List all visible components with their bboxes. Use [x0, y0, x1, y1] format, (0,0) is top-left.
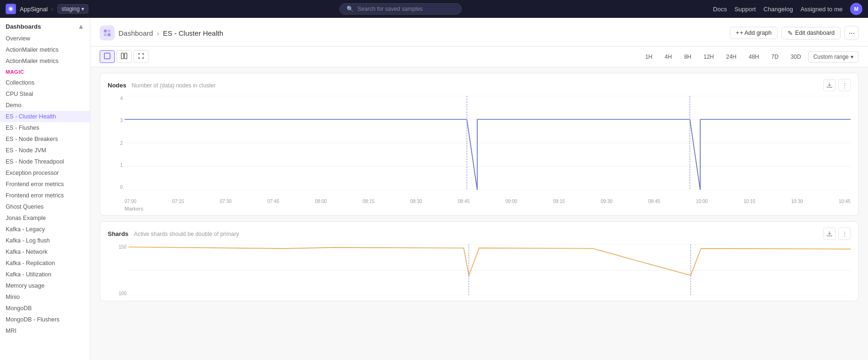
breadcrumb-base: Dashboard [118, 29, 153, 37]
nodes-chart-subtitle: Number of (data) nodes in cluster [132, 82, 215, 89]
sidebar-item-demo[interactable]: Demo [0, 100, 90, 111]
sidebar-item-overview[interactable]: Overview [0, 33, 90, 44]
x-label-0800: 08:00 [315, 199, 327, 204]
shards-chart-title-area: Shards Active shards should be double of… [108, 230, 239, 237]
docs-link[interactable]: Docs [713, 6, 727, 13]
sidebar-item-frontend-error2[interactable]: Frontend error metrics [0, 190, 90, 201]
dashboard-actions: + + Add graph ✎ Edit dashboard ⋯ [730, 26, 859, 40]
svg-rect-5 [108, 33, 110, 36]
y-label-0: 0 [120, 185, 123, 190]
add-graph-button[interactable]: + + Add graph [730, 27, 778, 39]
main-content: Dashboard › ES - Cluster Health + + Add … [90, 18, 868, 360]
time-4h-button[interactable]: 4H [660, 51, 677, 63]
shards-chart-export-button[interactable] [823, 227, 836, 240]
time-7d-button[interactable]: 7D [766, 51, 783, 63]
time-ranges: 1H 4H 8H 12H 24H 48H 7D 30D Custom range… [640, 51, 859, 63]
app-name: AppSignal [20, 6, 47, 13]
shards-chart-actions: ⋮ [823, 227, 851, 240]
plus-icon: + [736, 30, 739, 36]
time-30d-button[interactable]: 30D [786, 51, 806, 63]
topnav-right: Docs Support Changelog Assigned to me M [713, 3, 862, 15]
chevron-down-icon: ▾ [851, 54, 853, 60]
shards-chart-more-button[interactable]: ⋮ [838, 227, 851, 240]
top-navigation: AppSignal › staging ▾ 🔍 Search for saved… [0, 0, 868, 18]
x-label-0830: 08:30 [410, 199, 422, 204]
sidebar-item-kafka-log-flush[interactable]: Kafka - Log flush [0, 235, 90, 246]
time-custom-range-button[interactable]: Custom range ▾ [808, 51, 859, 63]
sidebar-item-actionmailer2[interactable]: ActionMailer metrics [0, 55, 90, 67]
x-label-0930: 09:30 [601, 199, 613, 204]
time-8h-button[interactable]: 8H [679, 51, 696, 63]
nodes-chart-card: Nodes Number of (data) nodes in cluster … [100, 73, 859, 216]
time-48h-button[interactable]: 48H [743, 51, 764, 63]
search-area: 🔍 Search for saved samples [88, 3, 713, 15]
changelog-link[interactable]: Changelog [764, 6, 793, 13]
sidebar-item-exception-processor[interactable]: Exception processor [0, 167, 90, 179]
time-1h-button[interactable]: 1H [640, 51, 657, 63]
view-expand-button[interactable] [134, 50, 149, 63]
breadcrumb-current: ES - Cluster Health [163, 29, 223, 37]
svg-rect-8 [125, 53, 127, 59]
sidebar-title: Dashboards [6, 23, 41, 30]
sidebar-item-es-flushes[interactable]: ES - Flushes [0, 122, 90, 133]
sidebar-item-es-cluster-health[interactable]: ES - Cluster Health [0, 111, 90, 122]
nodes-chart-export-button[interactable] [823, 79, 836, 91]
x-label-0715: 07:15 [172, 199, 184, 204]
sidebar-item-cpu-steal[interactable]: CPU Steal [0, 88, 90, 100]
x-label-0700: 07:00 [125, 199, 136, 204]
x-label-0945: 09:45 [648, 199, 660, 204]
sidebar-item-kafka-legacy[interactable]: Kafka - Legacy [0, 224, 90, 235]
nodes-chart-more-button[interactable]: ⋮ [838, 79, 851, 91]
svg-rect-2 [104, 30, 107, 32]
nodes-chart-header: Nodes Number of (data) nodes in cluster … [100, 73, 858, 91]
sidebar-item-frontend-error1[interactable]: Frontend error metrics [0, 179, 90, 190]
sidebar-item-collections[interactable]: Collections [0, 77, 90, 88]
sidebar-item-mongodb[interactable]: MongoDB [0, 303, 90, 314]
y-label-1: 1 [120, 163, 123, 168]
assigned-link[interactable]: Assigned to me [800, 6, 843, 13]
view-split-button[interactable] [117, 50, 132, 63]
shards-chart-subtitle: Active shards should be double of primar… [134, 231, 239, 237]
sidebar-item-mri[interactable]: MRI [0, 325, 90, 337]
sidebar-item-jonas-example[interactable]: Jonas Example [0, 212, 90, 224]
sidebar-item-magic[interactable]: MAGIC [0, 67, 90, 77]
x-label-1015: 10:15 [743, 199, 755, 204]
nodes-chart-y-axis: 4 3 2 1 0 [108, 96, 123, 190]
sidebar-item-kafka-network[interactable]: Kafka - Network [0, 246, 90, 258]
sidebar-item-kafka-replication[interactable]: Kafka - Replication [0, 258, 90, 269]
sidebar-item-es-node-jvm[interactable]: ES - Node JVM [0, 145, 90, 156]
edit-dashboard-button[interactable]: ✎ Edit dashboard [781, 27, 841, 39]
x-label-0815: 08:15 [363, 199, 374, 204]
search-bar[interactable]: 🔍 Search for saved samples [339, 3, 462, 15]
sidebar-item-es-node-threadpool[interactable]: ES - Node Threadpool [0, 156, 90, 167]
more-options-button[interactable]: ⋯ [844, 26, 859, 40]
sidebar-item-memory-usage[interactable]: Memory usage [0, 280, 90, 291]
sidebar-item-actionmailer1[interactable]: ActionMailer metrics [0, 44, 90, 55]
svg-rect-3 [108, 30, 110, 32]
time-24h-button[interactable]: 24H [721, 51, 742, 63]
sidebar-item-ghost-queries[interactable]: Ghost Queries [0, 201, 90, 212]
search-icon: 🔍 [347, 6, 354, 12]
y-label-3: 3 [120, 118, 123, 123]
x-label-1030: 10:30 [791, 199, 803, 204]
sidebar-item-es-node-breakers[interactable]: ES - Node Breakers [0, 133, 90, 145]
time-12h-button[interactable]: 12H [698, 51, 719, 63]
sidebar-item-mongodb-flushers[interactable]: MongoDB - Flushers [0, 314, 90, 325]
svg-rect-7 [121, 53, 124, 59]
time-bar: 1H 4H 8H 12H 24H 48H 7D 30D Custom range… [90, 47, 868, 67]
sidebar-header: Dashboards ▲ [0, 18, 90, 33]
topnav-left: AppSignal › staging ▾ [6, 4, 88, 14]
edit-icon: ✎ [788, 30, 793, 37]
shards-chart-title: Shards [108, 230, 128, 237]
sidebar-item-minio[interactable]: Minio [0, 291, 90, 303]
shards-y-label-150: 150 [118, 244, 126, 250]
sidebar-item-kafka-utilization[interactable]: Kafka - Utilization [0, 269, 90, 280]
environment-selector[interactable]: staging ▾ [57, 4, 89, 14]
breadcrumb: Dashboard › ES - Cluster Health [100, 25, 223, 40]
user-avatar[interactable]: M [850, 3, 862, 15]
svg-point-1 [9, 8, 12, 10]
support-link[interactable]: Support [734, 6, 756, 13]
sidebar-collapse-button[interactable]: ▲ [78, 23, 84, 30]
view-single-button[interactable] [100, 50, 115, 63]
shards-y-label-100: 100 [118, 291, 126, 296]
